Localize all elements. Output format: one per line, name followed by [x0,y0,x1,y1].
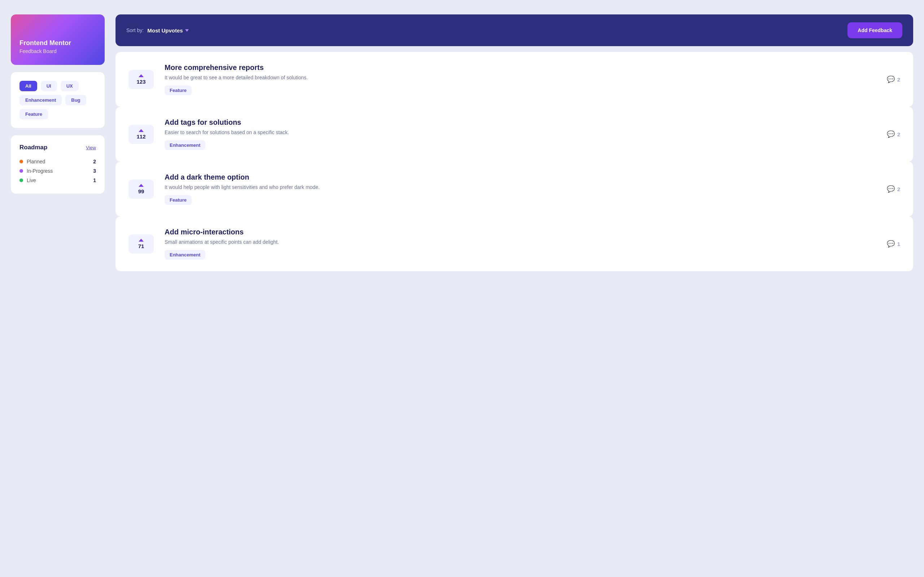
comment-count: 💬 2 [887,130,900,138]
roadmap-card: Roadmap View Planned 2 In-Progress 3 Liv… [11,135,105,193]
roadmap-title: Roadmap [19,144,47,151]
feedback-tag[interactable]: Feature [165,195,192,205]
feedback-description: Easier to search for solutions based on … [165,129,876,135]
roadmap-dot [19,179,23,182]
upvote-count: 99 [138,188,144,194]
upvote-arrow-icon [139,184,144,187]
roadmap-item-planned: Planned 2 [19,157,96,166]
comment-icon: 💬 [887,185,895,193]
feedback-content: Add a dark theme option It would help pe… [165,173,876,205]
feedback-tag[interactable]: Feature [165,85,192,95]
roadmap-item-count: 1 [93,177,96,183]
roadmap-header: Roadmap View [19,144,96,151]
comment-number: 1 [897,241,900,247]
filter-tag-bug[interactable]: Bug [65,95,86,105]
roadmap-item-label: In-Progress [27,168,53,174]
feedback-description: It would help people with light sensitiv… [165,184,876,190]
upvote-button[interactable]: 112 [129,125,154,144]
comment-number: 2 [897,76,900,82]
filter-tag-feature[interactable]: Feature [19,109,48,119]
comment-icon: 💬 [887,130,895,138]
feedback-title: Add micro-interactions [165,228,876,236]
upvote-arrow-icon [139,74,144,77]
feedback-tag[interactable]: Enhancement [165,250,205,259]
comment-icon: 💬 [887,76,895,83]
comment-number: 2 [897,186,900,192]
roadmap-view-link[interactable]: View [86,145,96,150]
upvote-count: 123 [136,79,145,85]
feedback-tag[interactable]: Enhancement [165,140,205,150]
sort-dropdown[interactable]: Most Upvotes [147,27,188,34]
feedback-title: More comprehensive reports [165,63,876,72]
roadmap-item-label: Planned [27,159,45,164]
brand-subtitle: Feedback Board [19,48,96,54]
roadmap-item-count: 2 [93,159,96,164]
feedback-description: It would be great to see a more detailed… [165,75,876,81]
filter-tag-ux[interactable]: UX [61,81,79,91]
comment-count: 💬 1 [887,240,900,248]
filter-tag-all[interactable]: All [19,81,37,91]
comment-count: 💬 2 [887,76,900,83]
feedback-title: Add a dark theme option [165,173,876,181]
upvote-button[interactable]: 99 [129,180,154,199]
feedback-content: Add micro-interactions Small animations … [165,228,876,259]
add-feedback-button[interactable]: Add Feedback [848,23,902,38]
feedback-description: Small animations at specific points can … [165,239,876,245]
toolbar: Sort by: Most Upvotes Add Feedback [115,15,913,46]
upvote-arrow-icon [139,129,144,132]
feedback-list: 123 More comprehensive reports It would … [115,52,913,271]
sidebar: Frontend Mentor Feedback Board AllUIUXEn… [11,15,105,562]
roadmap-dot [19,160,23,163]
sort-label: Sort by: [126,27,144,33]
feedback-content: More comprehensive reports It would be g… [165,63,876,95]
feedback-card: 71 Add micro-interactions Small animatio… [115,216,913,271]
upvote-button[interactable]: 123 [129,70,154,89]
upvote-count: 112 [136,134,145,140]
filter-tag-ui[interactable]: UI [41,81,57,91]
brand-title: Frontend Mentor [19,39,96,47]
brand-card: Frontend Mentor Feedback Board [11,15,105,65]
sort-section: Sort by: Most Upvotes [126,27,189,34]
upvote-arrow-icon [139,239,144,242]
upvote-count: 71 [138,243,144,249]
comment-count: 💬 2 [887,185,900,193]
filter-tags: AllUIUXEnhancementBugFeature [19,81,96,119]
filter-card: AllUIUXEnhancementBugFeature [11,72,105,128]
upvote-button[interactable]: 71 [129,234,154,253]
roadmap-dot [19,169,23,173]
roadmap-item-in-progress: In-Progress 3 [19,166,96,176]
comment-number: 2 [897,131,900,137]
feedback-card: 123 More comprehensive reports It would … [115,52,913,107]
roadmap-item-count: 3 [93,168,96,174]
filter-tag-enhancement[interactable]: Enhancement [19,95,62,105]
feedback-content: Add tags for solutions Easier to search … [165,118,876,150]
feedback-card: 99 Add a dark theme option It would help… [115,161,913,216]
roadmap-item-label: Live [27,177,36,183]
roadmap-item-live: Live 1 [19,176,96,185]
roadmap-items: Planned 2 In-Progress 3 Live 1 [19,157,96,185]
comment-icon: 💬 [887,240,895,248]
feedback-card: 112 Add tags for solutions Easier to sea… [115,107,913,161]
feedback-title: Add tags for solutions [165,118,876,127]
main-content: Sort by: Most Upvotes Add Feedback 123 M… [115,15,913,562]
chevron-down-icon [185,29,189,32]
sort-value-text: Most Upvotes [147,27,183,34]
